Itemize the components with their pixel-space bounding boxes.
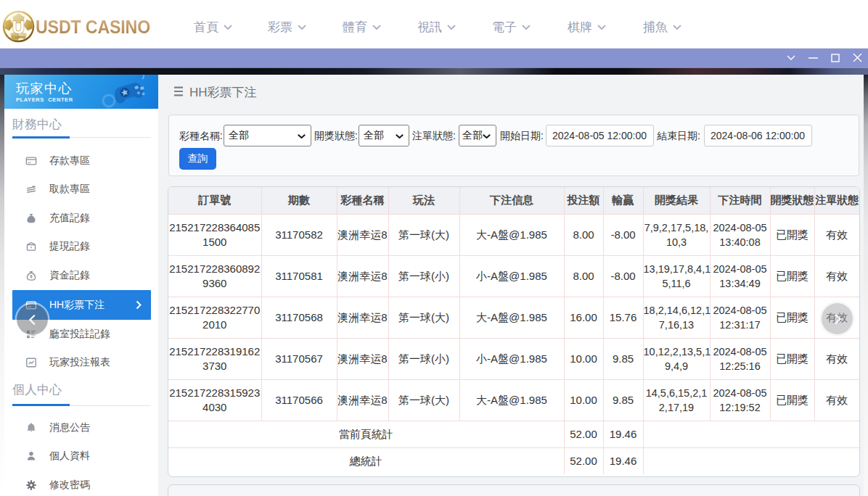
svg-text:U: U	[12, 17, 25, 37]
svg-text:Casino: Casino	[12, 35, 25, 39]
